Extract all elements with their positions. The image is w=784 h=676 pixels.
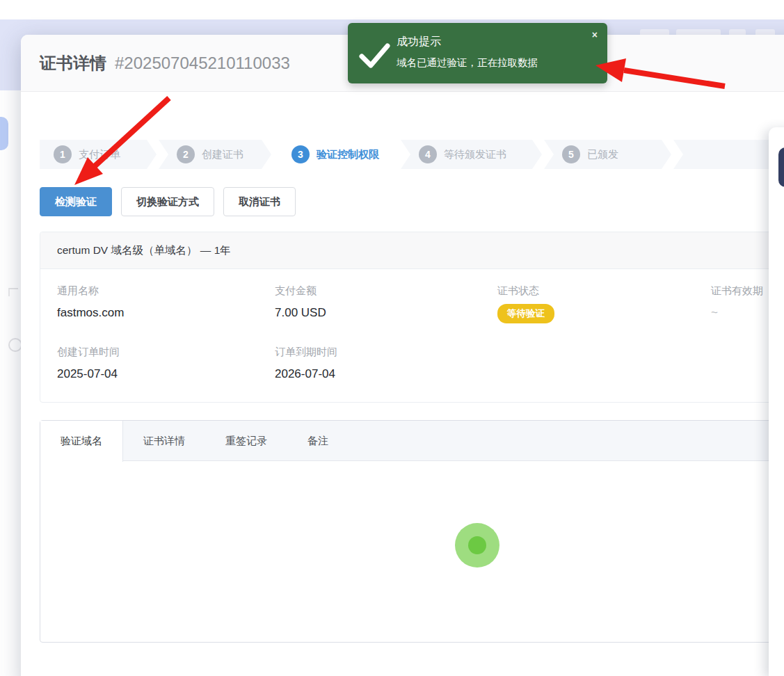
certificate-info-panel: certum DV 域名级（单域名） — 1年 通用名称 fastmos.com…: [40, 232, 784, 403]
field-cert-validity: 证书有效期 ~: [711, 284, 771, 323]
loading-spinner-core: [468, 536, 486, 554]
cancel-certificate-button[interactable]: 取消证书: [223, 187, 296, 216]
field-label: 证书状态: [497, 284, 711, 298]
field-label: 支付金额: [275, 284, 497, 298]
step-label: 创建证书: [202, 148, 243, 161]
field-label: 创建订单时间: [57, 346, 275, 359]
field-payment-amount: 支付金额 7.00 USD: [275, 284, 497, 323]
browser-top-strip: [0, 0, 784, 19]
tab-resign-record[interactable]: 重签记录: [205, 421, 287, 460]
field-common-name: 通用名称 fastmos.com: [57, 284, 275, 323]
step-label: 支付订单: [79, 148, 120, 161]
grid-spacer: [711, 346, 771, 381]
step-create-cert: 2 创建证书: [159, 140, 271, 169]
tab-bar: 验证域名 证书详情 重签记录 备注: [40, 421, 784, 461]
step-bar-filler: [673, 140, 784, 169]
sidebar-circle-icon: [8, 338, 22, 352]
modal-title: 证书详情: [40, 52, 106, 74]
field-value: ~: [711, 306, 771, 320]
field-label: 通用名称: [57, 284, 275, 298]
grid-spacer: [497, 346, 711, 381]
step-label: 等待颁发证书: [444, 148, 506, 161]
field-cert-status: 证书状态 等待验证: [497, 284, 711, 323]
check-icon: [356, 37, 392, 73]
step-number-badge: 2: [177, 145, 195, 163]
field-value: fastmos.com: [57, 306, 275, 320]
field-label: 订单到期时间: [275, 346, 497, 359]
step-number-badge: 1: [54, 145, 72, 163]
step-issued: 5 已颁发: [544, 140, 671, 169]
modal-body: 1 支付订单 2 创建证书 3 验证控制权限 4 等待颁发证书 5 已颁发 .s…: [21, 140, 784, 643]
sidebar-active-item-edge[interactable]: [0, 117, 8, 150]
tab-content-area: [40, 461, 784, 642]
side-panel-button[interactable]: [778, 147, 784, 187]
tab-remark[interactable]: 备注: [287, 421, 349, 460]
certificate-fields-grid: 通用名称 fastmos.com 支付金额 7.00 USD 证书状态 等待验证…: [40, 269, 784, 402]
detail-tabs-card: 验证域名 证书详情 重签记录 备注: [40, 420, 784, 643]
step-label: 验证控制权限: [317, 148, 379, 161]
toast-message: 域名已通过验证，正在拉取数据: [397, 56, 538, 70]
switch-verify-method-button[interactable]: 切换验证方式: [121, 187, 214, 216]
loading-spinner: [455, 523, 499, 568]
toast-close-icon[interactable]: ×: [592, 30, 598, 40]
success-toast: 成功提示 域名已通过验证，正在拉取数据 ×: [348, 23, 607, 83]
tab-verify-domain[interactable]: 验证域名: [40, 421, 123, 462]
order-number: #202507045210110033: [115, 54, 290, 73]
step-verify-control: 3 验证控制权限: [273, 140, 399, 169]
toast-title: 成功提示: [397, 35, 441, 49]
field-label: 证书有效期: [711, 284, 771, 298]
action-button-row: 检测验证 切换验证方式 取消证书: [40, 187, 784, 216]
product-title: certum DV 域名级（单域名） — 1年: [40, 232, 784, 269]
step-wait-issue: 4 等待颁发证书: [401, 140, 542, 169]
field-value: 2026-07-04: [275, 367, 497, 381]
certificate-detail-modal: 证书详情 #202507045210110033 1 支付订单 2 创建证书 3…: [21, 35, 784, 676]
step-number-badge: 3: [291, 145, 310, 163]
right-side-panel: [769, 127, 784, 676]
step-pay-order: 1 支付订单: [40, 140, 157, 169]
step-number-badge: 4: [419, 145, 437, 163]
field-order-created: 创建订单时间 2025-07-04: [57, 346, 275, 381]
sidebar-glyph-fragment: [8, 288, 18, 296]
status-badge: 等待验证: [497, 304, 554, 323]
step-number-badge: 5: [562, 145, 580, 163]
step-label: 已颁发: [587, 148, 618, 161]
field-value: 2025-07-04: [57, 367, 275, 381]
detect-verify-button[interactable]: 检测验证: [40, 187, 112, 216]
step-wizard: 1 支付订单 2 创建证书 3 验证控制权限 4 等待颁发证书 5 已颁发: [40, 140, 784, 169]
tab-cert-detail[interactable]: 证书详情: [123, 421, 205, 460]
field-value: 7.00 USD: [275, 306, 497, 320]
field-order-expiry: 订单到期时间 2026-07-04: [275, 346, 497, 381]
